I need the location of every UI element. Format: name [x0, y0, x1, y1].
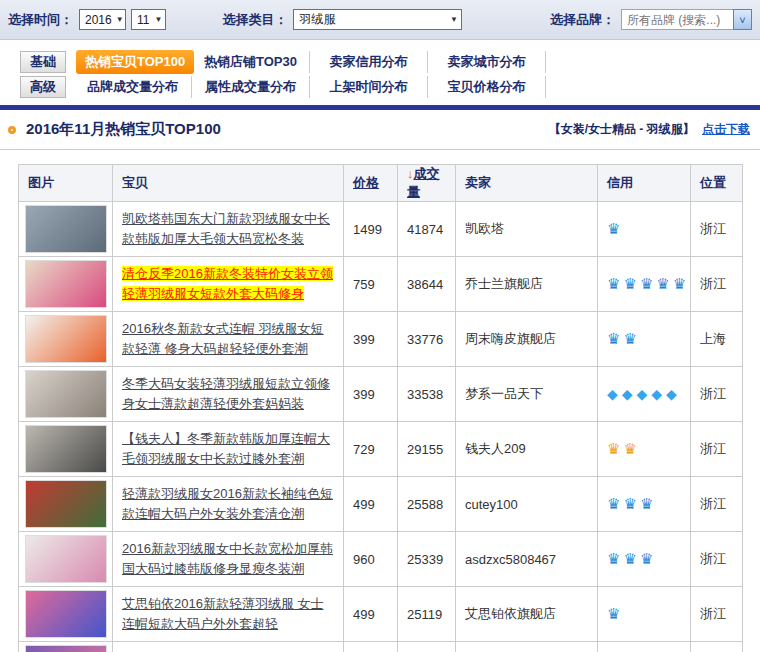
basic-tab-label: 热销店铺TOP30 — [204, 53, 297, 71]
column-header-image: 图片 — [19, 165, 113, 202]
month-select[interactable]: 11 ▼ — [131, 9, 166, 30]
basic-tabs-label: 基础 — [20, 51, 66, 73]
basic-tab[interactable]: 卖家信用分布 — [310, 51, 428, 73]
seller-credit-icons: ♛♛♛ — [607, 550, 656, 567]
item-price: 399 — [344, 367, 398, 422]
item-thumbnail[interactable] — [25, 260, 107, 308]
seller-credit-icons: ♛♛ — [607, 440, 640, 457]
section-header: 2016年11月热销宝贝TOP100 【女装/女士精品 - 羽绒服】 点击下载 — [0, 110, 760, 150]
item-thumbnail[interactable] — [25, 645, 107, 652]
table-row: 艾思铂依2016新款轻薄羽绒服 女士连帽短款大码户外外套超轻 499 25119… — [19, 587, 743, 642]
chevron-down-icon: ˅ — [739, 14, 745, 26]
brand-dropdown-button[interactable]: ˅ — [733, 9, 752, 30]
item-location: 上海 — [691, 312, 743, 367]
item-title-link[interactable]: 清仓反季2016新款冬装特价女装立领轻薄羽绒服女短款外套大码修身 — [122, 266, 333, 301]
item-seller: 梦系一品天下 — [456, 367, 598, 422]
year-select[interactable]: 2016 ▼ — [79, 9, 126, 30]
table-row: 轻薄款羽绒服女2016新款长袖纯色短款连帽大码户外女装外套清仓潮 499 255… — [19, 477, 743, 532]
item-thumbnail[interactable] — [25, 590, 107, 638]
seller-credit-icons: ♛ — [607, 605, 623, 622]
column-header-location: 位置 — [691, 165, 743, 202]
caret-down-icon: ▼ — [116, 15, 124, 24]
advanced-tab-label: 属性成交量分布 — [205, 78, 296, 96]
page-title: 2016年11月热销宝贝TOP100 — [26, 120, 221, 139]
item-sales: 41874 — [398, 202, 456, 257]
advanced-tab-label: 上架时间分布 — [330, 78, 408, 96]
advanced-tab[interactable]: 宝贝价格分布 — [428, 76, 546, 98]
bullet-icon — [8, 126, 16, 134]
item-title-link[interactable]: 轻薄款羽绒服女2016新款长袖纯色短款连帽大码户外女装外套清仓潮 — [122, 486, 333, 521]
item-thumbnail[interactable] — [25, 425, 107, 473]
item-thumbnail[interactable] — [25, 370, 107, 418]
advanced-tabs-label: 高级 — [20, 76, 66, 98]
item-seller: 艾思铂依旗舰店 — [456, 587, 598, 642]
table-row: 清仓反季2016新款冬装特价女装立领轻薄羽绒服女短款外套大码修身 759 386… — [19, 257, 743, 312]
item-price: 729 — [344, 422, 398, 477]
item-location: 浙江 — [691, 477, 743, 532]
column-header-item: 宝贝 — [113, 165, 344, 202]
item-title-link[interactable]: 2016秋冬新款女式连帽 羽绒服女短款轻薄 修身大码超轻轻便外套潮 — [122, 321, 324, 356]
item-title-link[interactable]: 2016新款羽绒服女中长款宽松加厚韩国大码过膝韩版修身显瘦冬装潮 — [122, 541, 333, 576]
brand-search-input[interactable] — [621, 9, 733, 30]
item-seller: cutey100 — [456, 477, 598, 532]
advanced-tabs: 品牌成交量分布属性成交量分布上架时间分布宝贝价格分布 — [66, 76, 546, 98]
item-seller: 钱夫人209 — [456, 422, 598, 477]
category-path: 【女装/女士精品 - 羽绒服】 点击下载 — [549, 121, 750, 138]
item-price: 499 — [344, 477, 398, 532]
item-title-link[interactable]: 艾思铂依2016新款轻薄羽绒服 女士连帽短款大码户外外套超轻 — [122, 596, 324, 631]
column-header-price: 价格 — [344, 165, 398, 202]
item-seller: 周末嗨皮旗舰店 — [456, 312, 598, 367]
advanced-tab[interactable]: 品牌成交量分布 — [74, 76, 192, 98]
item-location: 浙江 — [691, 422, 743, 477]
time-filter-label: 选择时间： — [8, 11, 73, 29]
item-title-link[interactable]: 凯欧塔韩国东大门新款羽绒服女中长款韩版加厚大毛领大码宽松冬装 — [122, 211, 330, 246]
basic-tab[interactable]: 卖家城市分布 — [428, 51, 546, 73]
category-select[interactable]: 羽绒服 ▼ — [293, 9, 462, 30]
item-location: 浙江 — [691, 257, 743, 312]
seller-credit-icons: ◆◆◆◆◆ — [607, 386, 681, 402]
item-price — [344, 642, 398, 652]
item-title-link[interactable]: 【钱夫人】冬季新款韩版加厚连帽大毛领羽绒服女中长款过膝外套潮 — [122, 431, 330, 466]
basic-tab-label: 热销宝贝TOP100 — [76, 50, 194, 74]
table-header-row: 图片 宝贝 价格 ↓成交量 卖家 信用 位置 — [19, 165, 743, 202]
table-row: 【钱夫人】冬季新款韩版加厚连帽大毛领羽绒服女中长款过膝外套潮 729 29155… — [19, 422, 743, 477]
sort-by-price-link[interactable]: 价格 — [353, 175, 379, 190]
item-thumbnail[interactable] — [25, 205, 107, 253]
item-title-link[interactable]: 冬季大码女装轻薄羽绒服短款立领修身女士薄款超薄轻便外套妈妈装 — [122, 376, 330, 411]
item-price: 960 — [344, 532, 398, 587]
item-thumbnail[interactable] — [25, 315, 107, 363]
item-price: 399 — [344, 312, 398, 367]
advanced-tab-label: 品牌成交量分布 — [87, 78, 178, 96]
item-sales: 25339 — [398, 532, 456, 587]
basic-tabs: 热销宝贝TOP100热销店铺TOP30卖家信用分布卖家城市分布 — [66, 51, 546, 73]
advanced-tab[interactable]: 属性成交量分布 — [192, 76, 310, 98]
download-link[interactable]: 点击下载 — [702, 122, 750, 136]
item-sales — [398, 642, 456, 652]
advanced-tab[interactable]: 上架时间分布 — [310, 76, 428, 98]
item-location: 浙江 — [691, 202, 743, 257]
item-seller: 凯欧塔 — [456, 202, 598, 257]
table-row: 凯欧塔韩国东大门新款羽绒服女中长款韩版加厚大毛领大码宽松冬装 1499 4187… — [19, 202, 743, 257]
item-sales: 25588 — [398, 477, 456, 532]
table-row: 冬季大码女装轻薄羽绒服短款立领修身女士薄款超薄轻便外套妈妈装 399 33538… — [19, 367, 743, 422]
basic-tab[interactable]: 热销宝贝TOP100 — [74, 51, 192, 73]
category-path-text: 【女装/女士精品 - 羽绒服】 — [549, 122, 695, 136]
basic-tab-label: 卖家城市分布 — [448, 53, 526, 71]
seller-credit-icons: ♛♛♛♛♛ — [607, 275, 689, 292]
item-sales: 25119 — [398, 587, 456, 642]
item-location: 浙江 — [691, 367, 743, 422]
advanced-tab-label: 宝贝价格分布 — [448, 78, 526, 96]
item-location: 浙江 — [691, 587, 743, 642]
brand-combobox: ˅ — [621, 9, 752, 30]
item-sales: 38644 — [398, 257, 456, 312]
item-thumbnail[interactable] — [25, 535, 107, 583]
basic-tab[interactable]: 热销店铺TOP30 — [192, 51, 310, 73]
advanced-tab-row: 高级 品牌成交量分布属性成交量分布上架时间分布宝贝价格分布 — [20, 74, 760, 99]
column-header-credit: 信用 — [598, 165, 691, 202]
item-sales: 29155 — [398, 422, 456, 477]
category-filter-label: 选择类目： — [222, 11, 287, 29]
caret-down-icon: ▼ — [155, 15, 163, 24]
item-thumbnail[interactable] — [25, 480, 107, 528]
basic-tab-label: 卖家信用分布 — [330, 53, 408, 71]
brand-filter-label: 选择品牌： — [550, 11, 615, 29]
